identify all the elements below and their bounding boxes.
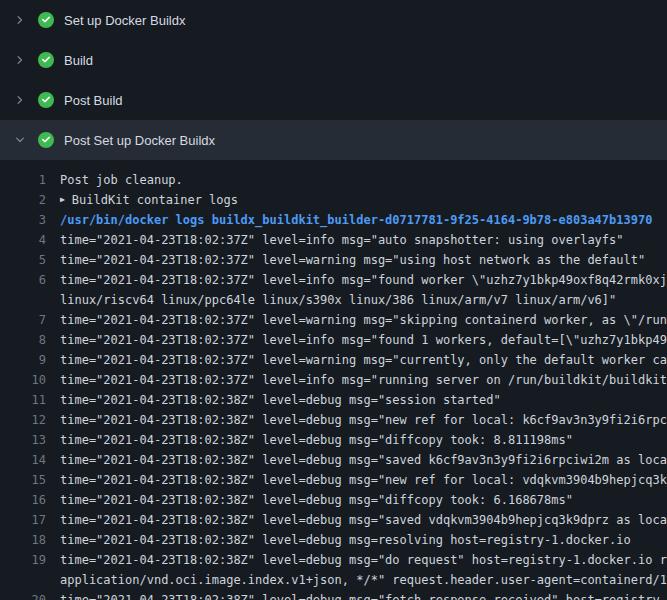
log-line[interactable]: 6 time="2021-04-23T18:02:37Z" level=info…: [0, 270, 667, 290]
log-line[interactable]: 12 time="2021-04-23T18:02:38Z" level=deb…: [0, 410, 667, 430]
log-line-number[interactable]: 5: [0, 250, 46, 270]
log-line-number[interactable]: 10: [0, 370, 46, 390]
log-line[interactable]: 17 time="2021-04-23T18:02:38Z" level=deb…: [0, 510, 667, 530]
log-line[interactable]: 18 time="2021-04-23T18:02:38Z" level=deb…: [0, 530, 667, 550]
step-row-post-build[interactable]: Post Build: [0, 80, 667, 120]
log-line-number[interactable]: [0, 290, 46, 310]
log-line-text: time="2021-04-23T18:02:37Z" level=warnin…: [46, 250, 667, 270]
log-line[interactable]: 9 time="2021-04-23T18:02:37Z" level=warn…: [0, 350, 667, 370]
log-line-number[interactable]: 1: [0, 170, 46, 190]
log-line[interactable]: 19 time="2021-04-23T18:02:38Z" level=deb…: [0, 550, 667, 570]
step-title: Post Set up Docker Buildx: [64, 133, 215, 148]
log-line-text: time="2021-04-23T18:02:37Z" level=info m…: [46, 330, 667, 350]
log-line-text: ▶BuildKit container logs: [46, 190, 667, 210]
log-line[interactable]: 10 time="2021-04-23T18:02:37Z" level=inf…: [0, 370, 667, 390]
log-line[interactable]: 2 ▶BuildKit container logs: [0, 190, 667, 210]
log-line-text: linux/riscv64 linux/ppc64le linux/s390x …: [46, 290, 667, 310]
log-line-text: time="2021-04-23T18:02:38Z" level=debug …: [46, 550, 667, 570]
step-row-post-set-up-docker-buildx[interactable]: Post Set up Docker Buildx: [0, 120, 667, 160]
log-line-number[interactable]: 19: [0, 550, 46, 570]
success-check-icon: [38, 12, 54, 28]
log-line-number[interactable]: 2: [0, 190, 46, 210]
log-line-text: time="2021-04-23T18:02:38Z" level=debug …: [46, 430, 667, 450]
steps-list: Set up Docker Buildx Build Post Buil: [0, 0, 667, 160]
log-line-number[interactable]: 3: [0, 210, 46, 230]
log-line[interactable]: 3 /usr/bin/docker logs buildx_buildkit_b…: [0, 210, 667, 230]
log-line-text: time="2021-04-23T18:02:37Z" level=warnin…: [46, 310, 667, 330]
log-line-number[interactable]: 17: [0, 510, 46, 530]
log-line[interactable]: 5 time="2021-04-23T18:02:37Z" level=warn…: [0, 250, 667, 270]
log-line-text: time="2021-04-23T18:02:38Z" level=debug …: [46, 530, 667, 550]
log-line[interactable]: 7 time="2021-04-23T18:02:37Z" level=warn…: [0, 310, 667, 330]
log-line-number[interactable]: 6: [0, 270, 46, 290]
log-line-wrap[interactable]: linux/riscv64 linux/ppc64le linux/s390x …: [0, 290, 667, 310]
log-line-text: time="2021-04-23T18:02:37Z" level=info m…: [46, 230, 667, 250]
log-line[interactable]: 1 Post job cleanup.: [0, 170, 667, 190]
log-line[interactable]: 13 time="2021-04-23T18:02:38Z" level=deb…: [0, 430, 667, 450]
log-line-number[interactable]: 11: [0, 390, 46, 410]
log-line-number[interactable]: 18: [0, 530, 46, 550]
workflow-log-viewer: Set up Docker Buildx Build Post Buil: [0, 0, 667, 600]
log-line-text: time="2021-04-23T18:02:38Z" level=debug …: [46, 450, 667, 470]
log-line[interactable]: 16 time="2021-04-23T18:02:38Z" level=deb…: [0, 490, 667, 510]
log-line-text: application/vnd.oci.image.index.v1+json,…: [46, 570, 667, 590]
log-line[interactable]: 8 time="2021-04-23T18:02:37Z" level=info…: [0, 330, 667, 350]
log-line-text: time="2021-04-23T18:02:37Z" level=info m…: [46, 370, 667, 390]
log-line-number[interactable]: 13: [0, 430, 46, 450]
step-row-build[interactable]: Build: [0, 40, 667, 80]
log-line-number[interactable]: 15: [0, 470, 46, 490]
log-line-text: time="2021-04-23T18:02:38Z" level=debug …: [46, 490, 667, 510]
log-line-text: time="2021-04-23T18:02:38Z" level=debug …: [46, 590, 667, 600]
log-line-number[interactable]: 14: [0, 450, 46, 470]
log-line-number[interactable]: 16: [0, 490, 46, 510]
log-line-text: Post job cleanup.: [46, 170, 667, 190]
log-line-text: time="2021-04-23T18:02:38Z" level=debug …: [46, 470, 667, 490]
success-check-icon: [38, 132, 54, 148]
log-line-number[interactable]: 20: [0, 590, 46, 600]
log-line-text: time="2021-04-23T18:02:37Z" level=info m…: [46, 270, 667, 290]
log-line-text: time="2021-04-23T18:02:37Z" level=warnin…: [46, 350, 667, 370]
log-line[interactable]: 14 time="2021-04-23T18:02:38Z" level=deb…: [0, 450, 667, 470]
chevron-right-icon[interactable]: [12, 52, 28, 68]
log-line-wrap[interactable]: application/vnd.oci.image.index.v1+json,…: [0, 570, 667, 590]
chevron-right-icon[interactable]: [12, 12, 28, 28]
success-check-icon: [38, 52, 54, 68]
success-check-icon: [38, 92, 54, 108]
log-line-text: /usr/bin/docker logs buildx_buildkit_bui…: [46, 210, 667, 230]
chevron-right-icon[interactable]: [12, 92, 28, 108]
log-line[interactable]: 4 time="2021-04-23T18:02:37Z" level=info…: [0, 230, 667, 250]
log-line-text: time="2021-04-23T18:02:38Z" level=debug …: [46, 410, 667, 430]
log-line-text: time="2021-04-23T18:02:38Z" level=debug …: [46, 510, 667, 530]
log-line-number[interactable]: [0, 570, 46, 590]
log-line-number[interactable]: 4: [0, 230, 46, 250]
log-line-number[interactable]: 12: [0, 410, 46, 430]
chevron-down-icon[interactable]: [12, 132, 28, 148]
log-line-text: time="2021-04-23T18:02:38Z" level=debug …: [46, 390, 667, 410]
log-line[interactable]: 20 time="2021-04-23T18:02:38Z" level=deb…: [0, 590, 667, 600]
log-line-number[interactable]: 7: [0, 310, 46, 330]
step-title: Set up Docker Buildx: [64, 13, 185, 28]
log-line[interactable]: 15 time="2021-04-23T18:02:38Z" level=deb…: [0, 470, 667, 490]
step-title: Post Build: [64, 93, 123, 108]
log-line-number[interactable]: 9: [0, 350, 46, 370]
step-row-set-up-docker-buildx[interactable]: Set up Docker Buildx: [0, 0, 667, 40]
log-line-number[interactable]: 8: [0, 330, 46, 350]
step-title: Build: [64, 53, 93, 68]
log-lines-container: 1 Post job cleanup. 2 ▶BuildKit containe…: [0, 160, 667, 600]
group-expand-triangle-icon[interactable]: ▶: [60, 190, 65, 210]
log-line[interactable]: 11 time="2021-04-23T18:02:38Z" level=deb…: [0, 390, 667, 410]
